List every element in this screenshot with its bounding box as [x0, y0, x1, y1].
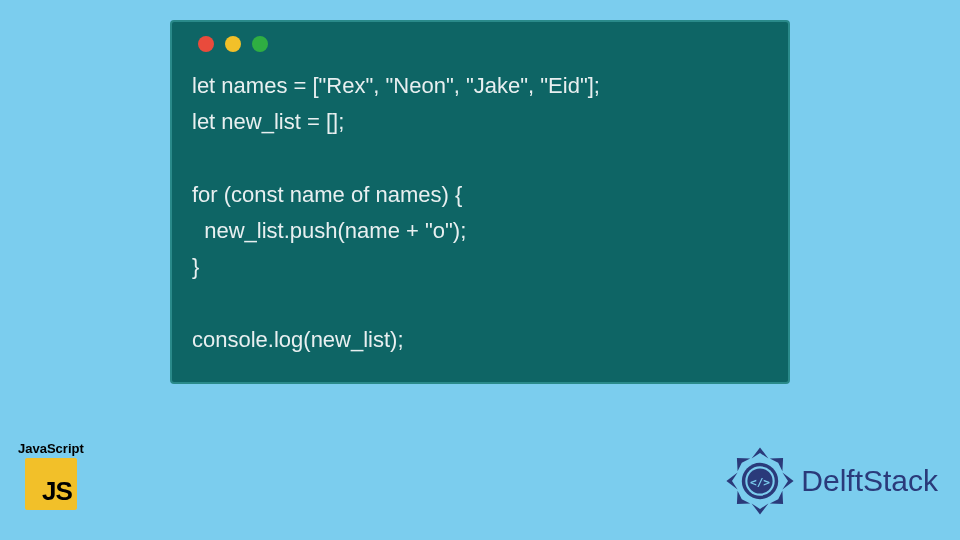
code-content: let names = ["Rex", "Neon", "Jake", "Eid… — [192, 68, 768, 358]
svg-marker-0 — [752, 447, 769, 458]
javascript-short: JS — [42, 476, 72, 507]
brand-icon: </> — [725, 446, 795, 516]
code-window: let names = ["Rex", "Neon", "Jake", "Eid… — [170, 20, 790, 384]
window-controls — [198, 36, 768, 52]
javascript-badge: JavaScript JS — [18, 441, 84, 510]
javascript-label: JavaScript — [18, 441, 84, 456]
brand-name: DelftStack — [801, 464, 938, 498]
svg-marker-2 — [752, 503, 769, 514]
minimize-dot-icon — [225, 36, 241, 52]
javascript-icon: JS — [25, 458, 77, 510]
maximize-dot-icon — [252, 36, 268, 52]
svg-marker-3 — [727, 473, 738, 490]
svg-text:</>: </> — [750, 476, 770, 489]
brand-logo: </> DelftStack — [725, 446, 938, 516]
svg-marker-1 — [783, 473, 794, 490]
close-dot-icon — [198, 36, 214, 52]
